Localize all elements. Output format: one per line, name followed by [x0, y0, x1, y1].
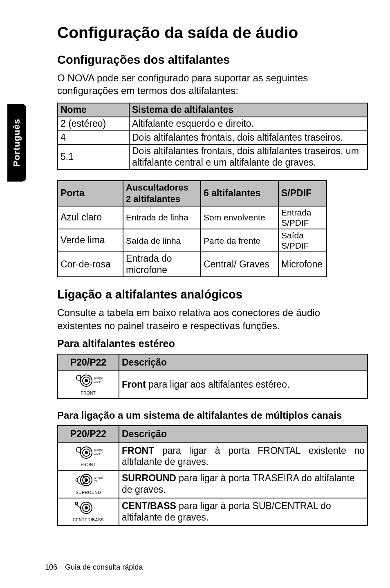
table-speaker-systems: Nome Sistema de altifalantes 2 (estéreo)… — [57, 103, 368, 170]
table1-header-nome: Nome — [58, 103, 129, 117]
table2-header-porta: Porta — [58, 181, 123, 206]
language-tab: Português — [7, 104, 26, 182]
table-multi-header-desc: Descrição — [119, 426, 368, 443]
table-row: S/PDIF IN SURROUND SURROUND para ligar à… — [58, 470, 368, 498]
svg-text:OUT: OUT — [94, 452, 101, 456]
table-stereo-header-desc: Descrição — [119, 354, 368, 371]
svg-text:OUT: OUT — [94, 380, 101, 384]
section-speaker-config-paragraph: O NOVA pode ser configurado para suporta… — [57, 72, 365, 97]
front-multi-desc: FRONT para ligar à porta FRONTAL existen… — [119, 443, 368, 471]
table-row: 5.1 Dois altifalantes frontais, dois alt… — [58, 144, 368, 169]
front-jack-desc: Front para ligar aos altifalantes estére… — [119, 371, 368, 399]
section-analog-paragraph: Consulte a tabela em baixo relativa aos … — [57, 306, 365, 332]
table-stereo-header-port: P20/P22 — [58, 354, 119, 371]
front-jack-icon: S/PDIF OUT FRONT — [58, 371, 119, 399]
table2-header-auscultadores: Auscultadores2 altifalantes — [123, 181, 201, 206]
svg-point-7 — [85, 451, 88, 454]
table-row: S/PDIF OUT FRONT FRONT para ligar à port… — [58, 443, 368, 471]
svg-point-12 — [85, 478, 88, 482]
language-tab-label: Português — [11, 119, 22, 167]
table1-header-sistema: Sistema de altifalantes — [129, 103, 368, 117]
page-footer: 106 Guia de consulta rápida — [45, 563, 143, 572]
sub-multi-heading: Para ligação a um sistema de altifalante… — [57, 410, 365, 421]
page: Português Configuração da saída de áudio… — [0, 0, 390, 588]
center-bass-jack-icon: CENTER/BASS — [58, 498, 119, 526]
table-row: Verde lima Saída de linha Parte da frent… — [58, 229, 327, 252]
table-row: 4 Dois altifalantes frontais, dois altif… — [58, 131, 368, 145]
table2-header-spdif: S/PDIF — [278, 181, 327, 206]
section-analog-heading: Ligação a altifalantes analógicos — [57, 288, 365, 301]
svg-point-2 — [85, 379, 88, 382]
surround-multi-desc: SURROUND para ligar à porta TRASEIRA do … — [119, 470, 368, 498]
table-row: 2 (estéreo) Altifalante esquerdo e direi… — [58, 117, 368, 131]
table-row: Cor-de-rosa Entrada do microfone Central… — [58, 252, 327, 277]
table-ports: Porta Auscultadores2 altifalantes 6 alti… — [57, 180, 327, 277]
table-multi: P20/P22 Descrição S/PDIF OUT FRONT — [57, 425, 368, 526]
table-row: CENTER/BASS CENT/BASS para ligar à porta… — [58, 498, 368, 526]
front-jack-icon: S/PDIF OUT FRONT — [58, 443, 119, 471]
surround-jack-icon: S/PDIF IN SURROUND — [58, 470, 119, 498]
table2-header-6alt: 6 altifalantes — [201, 181, 278, 206]
table-row: Azul claro Entrada de linha Som envolven… — [58, 206, 327, 229]
table-stereo: P20/P22 Descrição S/PDIF OUT FRONT — [57, 354, 368, 399]
svg-text:IN: IN — [94, 479, 97, 483]
section-speaker-config-heading: Configurações dos altifalantes — [57, 53, 365, 67]
page-title: Configuração da saída de áudio — [57, 24, 365, 42]
svg-point-19 — [85, 506, 88, 509]
page-number: 106 — [45, 563, 57, 572]
center-multi-desc: CENT/BASS para ligar à porta SUB/CENTRAL… — [119, 498, 368, 526]
table-row: S/PDIF OUT FRONT Front para ligar aos al… — [58, 371, 368, 399]
table-multi-header-port: P20/P22 — [58, 426, 119, 443]
sub-stereo-heading: Para altifalantes estéreo — [57, 338, 365, 350]
footer-text: Guia de consulta rápida — [65, 563, 143, 571]
